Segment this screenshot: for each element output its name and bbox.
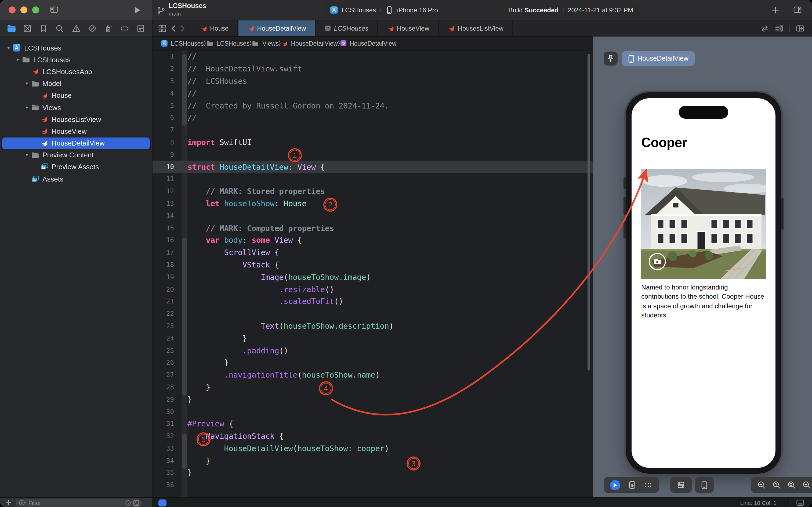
toggle-inspector-icon[interactable]: [793, 5, 802, 14]
line-number[interactable]: 3: [152, 77, 177, 85]
breadcrumb-item-lcshouses[interactable]: LCSHouses: [206, 40, 249, 47]
run-button[interactable]: [133, 6, 142, 14]
line-number[interactable]: 15: [152, 224, 177, 232]
breakpoint-indicator[interactable]: [159, 499, 167, 506]
sidebar-item-views[interactable]: ▼Views: [0, 102, 152, 113]
sidebar-item-lcshouses[interactable]: ▼LCSHouses: [0, 54, 152, 65]
line-number[interactable]: 21: [152, 298, 177, 305]
line-number[interactable]: 27: [152, 371, 177, 379]
sidebar-item-model[interactable]: ▼Model: [0, 77, 152, 90]
forward-icon[interactable]: [180, 25, 185, 32]
line-number[interactable]: 34: [152, 457, 177, 464]
sidebar-item-housedetailview[interactable]: HouseDetailView: [0, 137, 152, 149]
breadcrumb-item-views[interactable]: Views: [251, 40, 279, 47]
split-editor-icon[interactable]: [796, 24, 805, 33]
disclosure-chevron-icon[interactable]: ▼: [23, 153, 30, 158]
minimap-menu-icon[interactable]: [775, 24, 784, 33]
pin-preview-button[interactable]: [603, 52, 618, 65]
zoom-100-button[interactable]: [772, 481, 781, 489]
orientation-button[interactable]: [695, 477, 714, 493]
sidebar-item-houseslistview[interactable]: HousesListView: [0, 113, 152, 125]
line-number[interactable]: 7: [152, 126, 177, 134]
recents-filter-icon[interactable]: [125, 500, 131, 506]
line-number[interactable]: 6: [152, 114, 177, 122]
sidebar-item-houseview[interactable]: HouseView: [0, 125, 152, 137]
line-number[interactable]: 25: [152, 347, 177, 354]
sidebar-item-assets[interactable]: Assets: [0, 173, 152, 185]
line-number[interactable]: 31: [152, 420, 177, 428]
line-number[interactable]: 8: [152, 138, 177, 146]
navigator-breakpoint-navigator-icon[interactable]: [119, 22, 130, 34]
selectable-preview-button[interactable]: [628, 481, 636, 489]
swap-editor-icon[interactable]: [760, 24, 769, 33]
line-number[interactable]: 11: [152, 175, 177, 183]
navigator-debug-navigator-icon[interactable]: [103, 22, 114, 34]
sidebar-item-preview-content[interactable]: ▼Preview Content: [0, 149, 152, 161]
line-number[interactable]: 1: [152, 53, 177, 60]
zoom-in-button[interactable]: [802, 481, 811, 489]
breadcrumb-item-housedetailview[interactable]: SHouseDetailView: [340, 40, 397, 47]
tab-houseview[interactable]: HouseView: [378, 20, 439, 36]
variants-button[interactable]: [644, 481, 652, 489]
scheme-app-name[interactable]: LCSHouses: [342, 6, 376, 14]
back-icon[interactable]: [171, 25, 176, 32]
line-number[interactable]: 10: [152, 163, 177, 171]
navigator-project-navigator-icon[interactable]: [5, 22, 17, 34]
line-number[interactable]: 17: [152, 249, 177, 256]
line-number[interactable]: 26: [152, 359, 177, 367]
line-number[interactable]: 9: [152, 151, 177, 158]
flagged-filter-icon[interactable]: [133, 500, 139, 506]
line-number[interactable]: 22: [152, 310, 177, 318]
live-preview-button[interactable]: [610, 480, 620, 490]
line-number[interactable]: 23: [152, 322, 177, 330]
navigator-find-navigator-icon[interactable]: [54, 22, 66, 34]
tab-house[interactable]: House: [191, 20, 238, 36]
editor-scrollbar[interactable]: [587, 54, 590, 371]
disclosure-chevron-icon[interactable]: ▼: [23, 105, 30, 110]
toggle-navigator-icon[interactable]: [50, 5, 59, 14]
sidebar-item-lcshousesapp[interactable]: LCSHousesApp: [0, 66, 152, 77]
line-number[interactable]: 19: [152, 273, 177, 281]
line-number[interactable]: 36: [152, 482, 177, 489]
line-number[interactable]: 14: [152, 212, 177, 220]
line-number[interactable]: 18: [152, 261, 177, 269]
bottom-panel-icon[interactable]: [796, 498, 805, 507]
line-number[interactable]: 32: [152, 432, 177, 440]
line-number[interactable]: 29: [152, 396, 177, 403]
filter-field[interactable]: [16, 499, 142, 506]
close-window-button[interactable]: [9, 6, 15, 13]
breadcrumb-item-lcshouses[interactable]: LCSHouses: [161, 40, 204, 47]
preview-target-pill[interactable]: HouseDetailView: [622, 51, 695, 66]
line-number[interactable]: 12: [152, 187, 177, 195]
add-file-button[interactable]: [5, 500, 12, 506]
editor-layout-icon[interactable]: [158, 24, 167, 33]
filter-input[interactable]: [26, 500, 125, 506]
tab-housedetailview[interactable]: HouseDetailView: [238, 20, 315, 36]
zoom-out-button[interactable]: [757, 481, 766, 489]
sidebar-divider[interactable]: [152, 20, 153, 507]
destination-device[interactable]: iPhone 16 Pro: [397, 6, 438, 14]
sidebar-item-house[interactable]: House: [0, 90, 152, 102]
disclosure-chevron-icon[interactable]: ▼: [5, 45, 12, 50]
line-number[interactable]: 24: [152, 334, 177, 342]
add-editor-icon[interactable]: [771, 6, 780, 14]
device-settings-button[interactable]: [670, 477, 692, 493]
zoom-window-button[interactable]: [32, 6, 39, 13]
line-number[interactable]: 35: [152, 469, 177, 477]
line-number[interactable]: 33: [152, 445, 177, 452]
line-number[interactable]: 20: [152, 285, 177, 293]
tab-houseslistview[interactable]: HousesListView: [439, 20, 513, 36]
line-number[interactable]: 4: [152, 90, 177, 97]
sidebar-item-preview-assets[interactable]: Preview Assets: [0, 161, 152, 173]
line-number[interactable]: 5: [152, 102, 177, 109]
line-number[interactable]: 30: [152, 408, 177, 415]
navigator-source-control-navigator-icon[interactable]: [21, 22, 33, 34]
zoom-fit-button[interactable]: [787, 481, 796, 489]
disclosure-chevron-icon[interactable]: ▼: [14, 57, 21, 62]
line-number[interactable]: 16: [152, 237, 177, 244]
line-number[interactable]: 2: [152, 65, 177, 72]
tab-lcshouses[interactable]: LCSHouses: [315, 20, 378, 36]
breadcrumb-item-housedetailview[interactable]: HouseDetailView: [281, 40, 338, 47]
code-editor[interactable]: 1//2// HouseDetailView.swift3// LCSHouse…: [152, 51, 593, 497]
navigator-bookmark-navigator-icon[interactable]: [38, 22, 50, 34]
